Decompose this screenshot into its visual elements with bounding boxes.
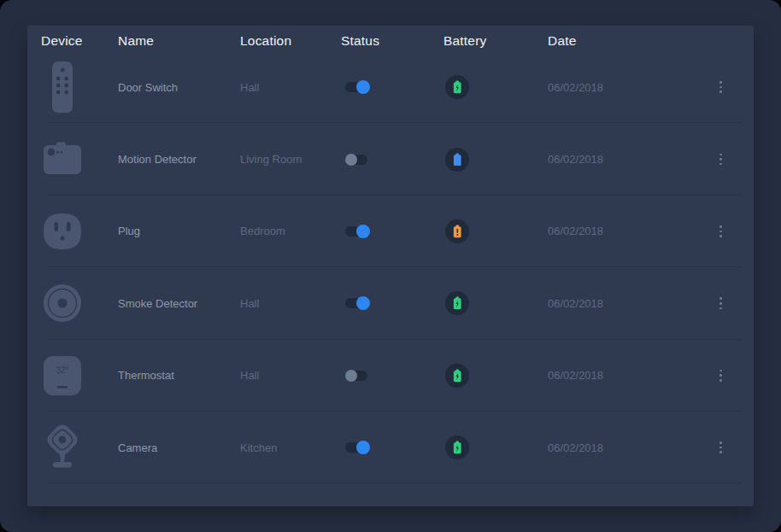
device-name: Motion Detector <box>118 153 240 166</box>
device-location: Bedroom <box>240 225 341 237</box>
device-name: Smoke Detector <box>118 297 240 310</box>
row-menu-button[interactable] <box>716 150 725 169</box>
device-row: Door Switch Hall 06/02/2018 <box>27 51 754 123</box>
status-toggle[interactable] <box>345 296 371 311</box>
device-name: Camera <box>118 441 240 454</box>
device-row: Camera Kitchen 06/02/2018 <box>27 412 754 483</box>
device-name: Thermostat <box>118 369 240 382</box>
devices-table: DeviceNameLocationStatusBatteryDate Door… <box>27 26 754 506</box>
device-location: Hall <box>240 369 341 382</box>
device-location: Hall <box>240 297 341 310</box>
plug-icon <box>41 212 118 251</box>
device-date: 06/02/2018 <box>548 441 691 454</box>
device-name: Door Switch <box>118 81 240 94</box>
column-header-name: Name <box>118 33 240 49</box>
battery-charging-icon <box>445 75 469 99</box>
column-header-device: Device <box>41 33 118 49</box>
battery-charging-icon <box>445 364 469 388</box>
battery-charging-icon <box>445 291 469 315</box>
camera-icon <box>41 424 118 471</box>
table-header: DeviceNameLocationStatusBatteryDate <box>27 26 754 51</box>
device-name: Plug <box>118 225 240 237</box>
column-header-battery: Battery <box>443 33 548 49</box>
thermostat-icon: 32° <box>41 355 118 396</box>
app-window: DeviceNameLocationStatusBatteryDate Door… <box>0 0 781 532</box>
device-row: Motion Detector Living Room 06/02/2018 <box>27 123 754 195</box>
column-header-status: Status <box>341 33 443 49</box>
column-header-date: Date <box>548 33 691 49</box>
door-switch-icon <box>41 60 118 114</box>
device-date: 06/02/2018 <box>548 81 691 94</box>
device-date: 06/02/2018 <box>548 297 691 310</box>
status-toggle[interactable] <box>345 368 371 383</box>
battery-full-icon <box>445 148 469 172</box>
device-row: 32° Thermostat Hall 06/02/2018 <box>27 340 754 412</box>
status-toggle[interactable] <box>345 224 371 238</box>
device-location: Living Room <box>240 153 341 166</box>
device-location: Kitchen <box>240 441 341 454</box>
status-toggle[interactable] <box>345 441 371 455</box>
battery-low-icon <box>445 219 469 243</box>
svg-text:32°: 32° <box>56 365 68 375</box>
row-menu-button[interactable] <box>716 294 725 313</box>
status-toggle[interactable] <box>345 80 371 95</box>
status-toggle[interactable] <box>345 152 371 167</box>
device-date: 06/02/2018 <box>548 153 691 166</box>
device-row: Smoke Detector Hall 06/02/2018 <box>27 267 754 339</box>
smoke-detector-icon <box>41 284 118 323</box>
row-menu-button[interactable] <box>716 78 725 96</box>
row-menu-button[interactable] <box>716 222 725 241</box>
device-date: 06/02/2018 <box>548 225 691 237</box>
row-menu-button[interactable] <box>716 438 725 457</box>
device-location: Hall <box>240 81 341 94</box>
battery-charging-icon <box>445 436 469 459</box>
device-row: Plug Bedroom 06/02/2018 <box>27 196 754 267</box>
column-header-location: Location <box>240 33 341 49</box>
row-menu-button[interactable] <box>716 366 725 385</box>
device-date: 06/02/2018 <box>548 369 691 382</box>
motion-detector-icon <box>41 140 118 179</box>
